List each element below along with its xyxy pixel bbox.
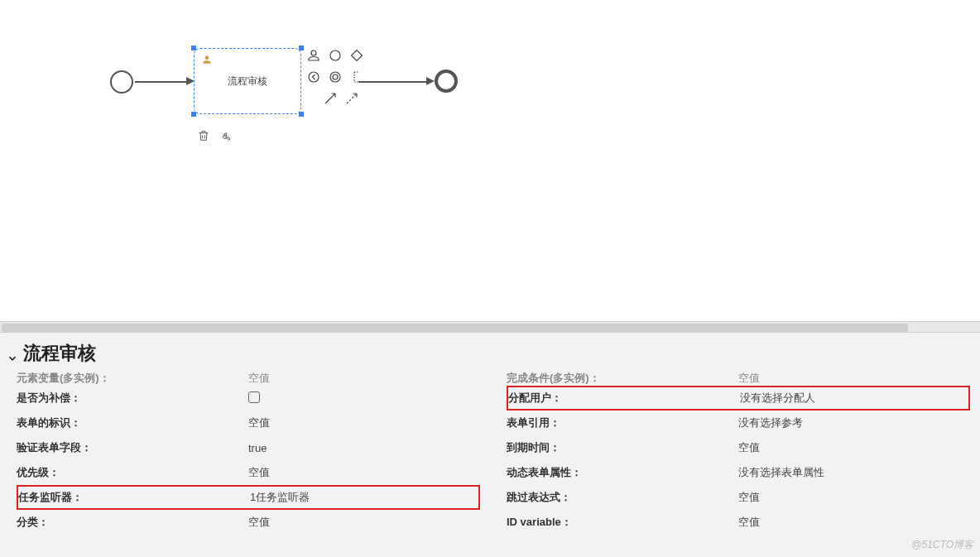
checkbox[interactable] xyxy=(248,391,260,403)
wrench-icon[interactable] xyxy=(219,129,232,146)
prop-label: 分类： xyxy=(17,515,248,530)
node-tools xyxy=(197,129,232,146)
prop-row-task-listener[interactable]: 任务监听器： 1任务监听器 xyxy=(17,485,480,510)
prop-label: ID variable： xyxy=(507,515,738,530)
prop-value: 没有选择分配人 xyxy=(740,391,968,406)
prop-row[interactable]: 跳过表达式： 空值 xyxy=(507,485,970,510)
prop-value: 空值 xyxy=(248,371,480,386)
prop-row[interactable]: 表单的标识： 空值 xyxy=(17,411,480,435)
svg-point-3 xyxy=(330,72,340,82)
prop-value: 空值 xyxy=(738,490,970,505)
prop-row-assign-user[interactable]: 分配用户： 没有选择分配人 xyxy=(507,386,970,411)
prop-row[interactable]: 验证表单字段： true xyxy=(17,435,480,460)
horizontal-scrollbar[interactable] xyxy=(0,321,980,333)
diamond-icon[interactable] xyxy=(349,48,364,66)
panel-header[interactable]: 流程审核 xyxy=(0,333,980,371)
svg-point-2 xyxy=(309,72,319,82)
trash-icon[interactable] xyxy=(197,129,210,146)
prop-value: 没有选择参考 xyxy=(738,415,970,430)
prop-label: 到期时间： xyxy=(507,440,738,455)
prop-label: 表单的标识： xyxy=(17,415,248,430)
prop-row[interactable]: 分类： 空值 xyxy=(17,510,480,535)
prop-value: 没有选择表单属性 xyxy=(738,465,970,480)
prop-value: 空值 xyxy=(738,440,970,455)
prop-label: 动态表单属性： xyxy=(507,465,738,480)
prop-row[interactable]: ID variable： 空值 xyxy=(507,510,970,535)
prop-value: 空值 xyxy=(248,415,480,430)
watermark: @51CTO博客 xyxy=(911,538,973,552)
resize-handle[interactable] xyxy=(191,46,196,50)
arrowhead-icon xyxy=(426,77,435,85)
prop-label: 优先级： xyxy=(17,465,248,480)
prop-label: 是否为补偿： xyxy=(17,391,248,406)
prop-label: 任务监听器： xyxy=(18,490,250,505)
prop-row[interactable]: 动态表单属性： 没有选择表单属性 xyxy=(507,460,970,485)
svg-rect-1 xyxy=(352,50,363,61)
arrow-icon[interactable] xyxy=(323,91,338,109)
dashed-arrow-icon[interactable] xyxy=(344,91,359,109)
prop-label: 分配用户： xyxy=(508,391,740,406)
properties-left-column: 元素变量(多实例)： 空值 是否为补偿： 表单的标识： 空值 验证表单字段： t… xyxy=(0,371,490,557)
double-circle-icon[interactable] xyxy=(328,70,343,88)
prop-value: 空值 xyxy=(738,515,970,530)
resize-handle[interactable] xyxy=(191,112,196,117)
prop-value: 空值 xyxy=(738,371,970,386)
user-task-node[interactable]: 流程审核 xyxy=(194,48,301,114)
sequence-flow[interactable] xyxy=(135,81,188,83)
svg-point-4 xyxy=(333,74,338,79)
prop-row[interactable]: 表单引用： 没有选择参考 xyxy=(507,411,970,435)
prop-row[interactable]: 完成条件(多实例)： 空值 xyxy=(507,371,970,386)
properties-panel: 流程审核 元素变量(多实例)： 空值 是否为补偿： 表单的标识： 空值 验证表单… xyxy=(0,333,980,557)
task-label: 流程审核 xyxy=(228,74,267,89)
prop-value: true xyxy=(248,442,480,454)
annotation-icon[interactable] xyxy=(349,70,364,88)
prop-label: 表单引用： xyxy=(507,415,738,430)
prop-value: 空值 xyxy=(248,465,480,480)
chevron-down-icon xyxy=(7,348,18,359)
prop-value: 1任务监听器 xyxy=(250,490,478,505)
user-icon xyxy=(201,54,213,65)
prop-label: 验证表单字段： xyxy=(17,440,248,455)
resize-handle[interactable] xyxy=(299,112,304,117)
user-icon[interactable] xyxy=(306,48,321,66)
context-palette xyxy=(306,46,359,111)
scrollbar-thumb[interactable] xyxy=(2,324,908,332)
back-circle-icon[interactable] xyxy=(306,70,321,88)
prop-label: 元素变量(多实例)： xyxy=(17,371,248,386)
properties-right-column: 完成条件(多实例)： 空值 分配用户： 没有选择分配人 表单引用： 没有选择参考… xyxy=(490,371,980,557)
start-event[interactable] xyxy=(110,70,133,94)
resize-handle[interactable] xyxy=(299,46,304,50)
prop-label: 完成条件(多实例)： xyxy=(507,371,738,386)
prop-row[interactable]: 元素变量(多实例)： 空值 xyxy=(17,371,480,386)
circle-icon[interactable] xyxy=(328,48,343,66)
bpmn-canvas[interactable]: 流程审核 xyxy=(0,0,980,321)
sequence-flow[interactable] xyxy=(358,81,428,83)
prop-label: 跳过表达式： xyxy=(507,490,738,505)
prop-value: 空值 xyxy=(248,515,480,530)
prop-row[interactable]: 优先级： 空值 xyxy=(17,460,480,485)
end-event[interactable] xyxy=(435,70,458,93)
prop-value xyxy=(248,391,480,406)
svg-point-0 xyxy=(330,50,340,60)
prop-row[interactable]: 是否为补偿： xyxy=(17,386,480,411)
prop-row[interactable]: 到期时间： 空值 xyxy=(507,435,970,460)
panel-title: 流程审核 xyxy=(23,341,96,366)
